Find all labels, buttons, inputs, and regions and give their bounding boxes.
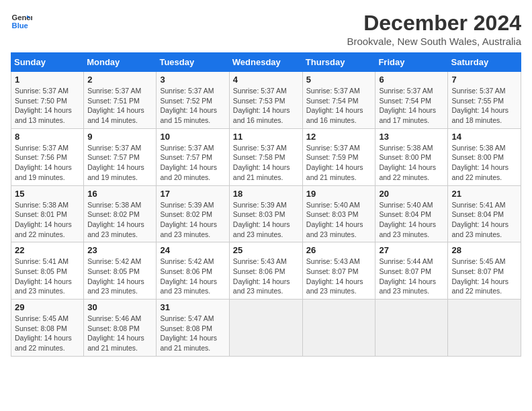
calendar-cell: 23Sunrise: 5:42 AMSunset: 8:05 PMDayligh…	[84, 242, 157, 300]
day-number: 2	[87, 75, 152, 85]
calendar-cell: 25Sunrise: 5:43 AMSunset: 8:06 PMDayligh…	[229, 242, 302, 300]
day-detail: Sunrise: 5:37 AMSunset: 7:55 PMDaylight:…	[451, 86, 517, 126]
day-number: 6	[379, 75, 444, 85]
day-number: 25	[233, 245, 299, 255]
day-detail: Sunrise: 5:38 AMSunset: 8:01 PMDaylight:…	[15, 200, 80, 240]
header-wednesday: Wednesday	[229, 53, 302, 72]
calendar-cell: 26Sunrise: 5:43 AMSunset: 8:07 PMDayligh…	[302, 242, 375, 300]
day-detail: Sunrise: 5:43 AMSunset: 8:06 PMDaylight:…	[233, 257, 299, 296]
day-detail: Sunrise: 5:45 AMSunset: 8:07 PMDaylight:…	[451, 257, 517, 296]
day-number: 21	[451, 189, 517, 199]
header-thursday: Thursday	[302, 53, 375, 72]
day-number: 20	[379, 189, 444, 199]
svg-text:Blue: Blue	[12, 21, 28, 30]
calendar-cell: 11Sunrise: 5:37 AMSunset: 7:58 PMDayligh…	[229, 128, 302, 185]
calendar-cell: 17Sunrise: 5:39 AMSunset: 8:02 PMDayligh…	[157, 185, 229, 242]
calendar-cell: 4Sunrise: 5:37 AMSunset: 7:53 PMDaylight…	[229, 72, 302, 129]
calendar-cell: 8Sunrise: 5:37 AMSunset: 7:56 PMDaylight…	[11, 128, 84, 185]
header-saturday: Saturday	[448, 53, 521, 72]
header: General Blue December 2024 Brookvale, Ne…	[11, 11, 521, 47]
calendar-cell: 12Sunrise: 5:37 AMSunset: 7:59 PMDayligh…	[302, 128, 375, 185]
day-detail: Sunrise: 5:37 AMSunset: 7:54 PMDaylight:…	[379, 86, 444, 126]
calendar-cell: 27Sunrise: 5:44 AMSunset: 8:07 PMDayligh…	[375, 242, 448, 300]
calendar-cell	[448, 300, 521, 357]
day-detail: Sunrise: 5:37 AMSunset: 7:59 PMDaylight:…	[306, 143, 372, 183]
calendar-cell: 5Sunrise: 5:37 AMSunset: 7:54 PMDaylight…	[302, 72, 375, 129]
header-sunday: Sunday	[11, 53, 84, 72]
calendar-cell: 3Sunrise: 5:37 AMSunset: 7:52 PMDaylight…	[157, 72, 229, 129]
day-detail: Sunrise: 5:41 AMSunset: 8:04 PMDaylight:…	[451, 200, 517, 240]
day-number: 29	[15, 302, 80, 312]
calendar-cell: 9Sunrise: 5:37 AMSunset: 7:57 PMDaylight…	[84, 128, 157, 185]
day-number: 13	[379, 132, 444, 142]
day-number: 11	[233, 132, 299, 142]
day-number: 1	[15, 75, 80, 85]
calendar-week-2: 8Sunrise: 5:37 AMSunset: 7:56 PMDaylight…	[11, 128, 521, 185]
calendar-cell: 19Sunrise: 5:40 AMSunset: 8:03 PMDayligh…	[302, 185, 375, 242]
day-number: 22	[15, 245, 80, 255]
logo: General Blue	[11, 11, 32, 32]
header-friday: Friday	[375, 53, 448, 72]
day-number: 12	[306, 132, 372, 142]
day-detail: Sunrise: 5:37 AMSunset: 7:50 PMDaylight:…	[15, 86, 80, 126]
day-detail: Sunrise: 5:44 AMSunset: 8:07 PMDaylight:…	[379, 257, 444, 296]
calendar-week-4: 22Sunrise: 5:41 AMSunset: 8:05 PMDayligh…	[11, 242, 521, 300]
calendar-cell	[375, 300, 448, 357]
day-detail: Sunrise: 5:46 AMSunset: 8:08 PMDaylight:…	[87, 314, 152, 353]
calendar-cell: 21Sunrise: 5:41 AMSunset: 8:04 PMDayligh…	[448, 185, 521, 242]
calendar-cell: 6Sunrise: 5:37 AMSunset: 7:54 PMDaylight…	[375, 72, 448, 129]
logo-icon: General Blue	[11, 11, 32, 32]
calendar-cell	[229, 300, 302, 357]
day-detail: Sunrise: 5:45 AMSunset: 8:08 PMDaylight:…	[15, 314, 80, 353]
day-number: 28	[451, 245, 517, 255]
day-number: 27	[379, 245, 444, 255]
calendar-cell: 7Sunrise: 5:37 AMSunset: 7:55 PMDaylight…	[448, 72, 521, 129]
calendar-cell: 14Sunrise: 5:38 AMSunset: 8:00 PMDayligh…	[448, 128, 521, 185]
day-detail: Sunrise: 5:37 AMSunset: 7:57 PMDaylight:…	[87, 143, 152, 183]
day-detail: Sunrise: 5:40 AMSunset: 8:03 PMDaylight:…	[306, 200, 372, 240]
calendar-table: Sunday Monday Tuesday Wednesday Thursday…	[11, 52, 521, 357]
day-detail: Sunrise: 5:43 AMSunset: 8:07 PMDaylight:…	[306, 257, 372, 296]
calendar-cell: 29Sunrise: 5:45 AMSunset: 8:08 PMDayligh…	[11, 300, 84, 357]
calendar-cell: 1Sunrise: 5:37 AMSunset: 7:50 PMDaylight…	[11, 72, 84, 129]
day-number: 18	[233, 189, 299, 199]
day-detail: Sunrise: 5:47 AMSunset: 8:08 PMDaylight:…	[160, 314, 225, 353]
day-detail: Sunrise: 5:38 AMSunset: 8:00 PMDaylight:…	[451, 143, 517, 183]
day-number: 8	[15, 132, 80, 142]
calendar-cell: 24Sunrise: 5:42 AMSunset: 8:06 PMDayligh…	[157, 242, 229, 300]
day-number: 7	[451, 75, 517, 85]
day-number: 23	[87, 245, 152, 255]
title-area: December 2024 Brookvale, New South Wales…	[347, 11, 521, 47]
day-number: 5	[306, 75, 372, 85]
calendar-cell: 30Sunrise: 5:46 AMSunset: 8:08 PMDayligh…	[84, 300, 157, 357]
day-number: 10	[160, 132, 225, 142]
header-tuesday: Tuesday	[157, 53, 229, 72]
day-number: 9	[87, 132, 152, 142]
day-detail: Sunrise: 5:42 AMSunset: 8:06 PMDaylight:…	[160, 257, 225, 296]
calendar-body: 1Sunrise: 5:37 AMSunset: 7:50 PMDaylight…	[11, 72, 521, 357]
calendar-cell: 2Sunrise: 5:37 AMSunset: 7:51 PMDaylight…	[84, 72, 157, 129]
calendar-cell: 22Sunrise: 5:41 AMSunset: 8:05 PMDayligh…	[11, 242, 84, 300]
calendar-week-1: 1Sunrise: 5:37 AMSunset: 7:50 PMDaylight…	[11, 72, 521, 129]
day-detail: Sunrise: 5:40 AMSunset: 8:04 PMDaylight:…	[379, 200, 444, 240]
calendar-cell: 13Sunrise: 5:38 AMSunset: 8:00 PMDayligh…	[375, 128, 448, 185]
calendar-cell: 28Sunrise: 5:45 AMSunset: 8:07 PMDayligh…	[448, 242, 521, 300]
calendar-cell: 16Sunrise: 5:38 AMSunset: 8:02 PMDayligh…	[84, 185, 157, 242]
calendar-cell: 18Sunrise: 5:39 AMSunset: 8:03 PMDayligh…	[229, 185, 302, 242]
calendar-cell: 15Sunrise: 5:38 AMSunset: 8:01 PMDayligh…	[11, 185, 84, 242]
day-detail: Sunrise: 5:38 AMSunset: 8:02 PMDaylight:…	[87, 200, 152, 240]
day-detail: Sunrise: 5:37 AMSunset: 7:56 PMDaylight:…	[15, 143, 80, 183]
day-detail: Sunrise: 5:39 AMSunset: 8:03 PMDaylight:…	[233, 200, 299, 240]
day-detail: Sunrise: 5:37 AMSunset: 7:52 PMDaylight:…	[160, 86, 225, 126]
day-detail: Sunrise: 5:42 AMSunset: 8:05 PMDaylight:…	[87, 257, 152, 296]
day-number: 26	[306, 245, 372, 255]
calendar-subtitle: Brookvale, New South Wales, Australia	[347, 36, 521, 47]
day-detail: Sunrise: 5:38 AMSunset: 8:00 PMDaylight:…	[379, 143, 444, 183]
day-number: 30	[87, 302, 152, 312]
day-detail: Sunrise: 5:37 AMSunset: 7:53 PMDaylight:…	[233, 86, 299, 126]
day-detail: Sunrise: 5:37 AMSunset: 7:54 PMDaylight:…	[306, 86, 372, 126]
day-number: 24	[160, 245, 225, 255]
calendar-header: Sunday Monday Tuesday Wednesday Thursday…	[11, 53, 521, 72]
day-detail: Sunrise: 5:39 AMSunset: 8:02 PMDaylight:…	[160, 200, 225, 240]
calendar-cell	[302, 300, 375, 357]
